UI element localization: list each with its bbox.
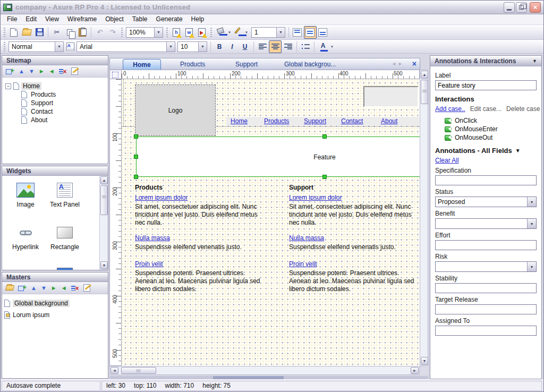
- scroll-right-button[interactable]: ►: [411, 367, 419, 374]
- zoom-combo[interactable]: 100% ▼: [126, 27, 163, 38]
- redo-button[interactable]: ↷: [106, 26, 119, 39]
- indent-button[interactable]: ►: [39, 69, 45, 74]
- resize-handle-top-mid[interactable]: [322, 134, 327, 139]
- style-editor-button[interactable]: A: [65, 40, 75, 53]
- undo-button[interactable]: ↶: [94, 26, 106, 39]
- font-combo[interactable]: Arial ▼: [76, 41, 175, 52]
- tab-scroll-left-icon[interactable]: ◄: [392, 61, 396, 66]
- tab-scroll-right-icon[interactable]: ►: [398, 61, 403, 66]
- align-left-button[interactable]: [256, 40, 269, 53]
- line-width-dropdown-button[interactable]: ▼: [276, 28, 285, 37]
- add-master-button[interactable]: +: [18, 285, 27, 292]
- cut-button[interactable]: ✂: [50, 26, 63, 39]
- open-button[interactable]: [20, 26, 33, 39]
- outdent-button[interactable]: ◄: [61, 285, 67, 291]
- select-dropdown-button[interactable]: ▼: [527, 219, 536, 228]
- widget-image[interactable]: Image: [6, 181, 45, 208]
- status-select[interactable]: Proposed ▼: [435, 197, 537, 207]
- scrollbar-thumb[interactable]: [121, 367, 156, 374]
- assigned-to-input[interactable]: [435, 326, 537, 336]
- sitemap-item-about[interactable]: About: [21, 116, 107, 124]
- font-color-button[interactable]: A: [317, 40, 329, 53]
- new-button[interactable]: [7, 26, 20, 39]
- label-input[interactable]: [435, 80, 537, 90]
- scroll-down-button[interactable]: ▼: [100, 261, 108, 269]
- bullet-list-button[interactable]: [299, 40, 312, 53]
- bold-button[interactable]: B: [213, 40, 226, 53]
- nav-link-home[interactable]: Home: [231, 117, 248, 125]
- nav-link-support[interactable]: Support: [304, 117, 326, 125]
- nav-link-contact[interactable]: Contact: [341, 117, 363, 125]
- resize-handle-mid-left[interactable]: [134, 155, 138, 159]
- menu-wireframe[interactable]: Wireframe: [63, 14, 101, 24]
- copy-button[interactable]: [63, 26, 76, 39]
- nav-link-products[interactable]: Products: [264, 117, 289, 125]
- scroll-down-button[interactable]: ▼: [421, 357, 428, 365]
- scroll-left-button[interactable]: ◄: [110, 367, 118, 374]
- canvas-horizontal-scrollbar[interactable]: ◄ ►: [109, 366, 420, 375]
- event-onmouseenter[interactable]: OnMouseEnter: [445, 125, 537, 133]
- menu-object[interactable]: Object: [101, 14, 128, 24]
- fill-color-button[interactable]: [214, 26, 227, 39]
- panel-collapse-icon[interactable]: ▼: [532, 58, 537, 64]
- outdent-button[interactable]: ◄: [49, 69, 55, 74]
- paste-button[interactable]: [76, 26, 89, 39]
- indent-button[interactable]: ►: [51, 285, 57, 291]
- menu-generate[interactable]: Generate: [152, 14, 187, 24]
- tab-products[interactable]: Products: [180, 61, 205, 68]
- menu-edit[interactable]: Edit: [21, 14, 41, 24]
- tab-home[interactable]: Home: [123, 59, 161, 70]
- font-size-combo[interactable]: 10 ▼: [177, 41, 207, 52]
- font-color-dropdown[interactable]: ▼: [330, 45, 334, 48]
- delete-master-button[interactable]: ×: [71, 285, 79, 292]
- event-onclick[interactable]: OnClick: [445, 116, 537, 125]
- widget-text-panel[interactable]: A Text Panel: [46, 181, 84, 208]
- edit-case-link[interactable]: Edit case...: [470, 105, 502, 113]
- close-button[interactable]: ×: [530, 2, 541, 13]
- widget-rectangle[interactable]: Rectangle: [46, 224, 84, 251]
- event-onmouseout[interactable]: OnMouseOut: [445, 133, 537, 142]
- style-combo[interactable]: Normal ▼: [8, 41, 64, 52]
- sitemap-item-products[interactable]: Products: [21, 90, 107, 99]
- widgets-scrollbar[interactable]: ▲ ▼: [99, 176, 108, 270]
- sitemap-item-home[interactable]: − Home: [3, 82, 107, 90]
- widget-hyperlink[interactable]: Hyperlink: [6, 224, 45, 251]
- move-down-button[interactable]: ▼: [29, 69, 35, 74]
- add-case-link[interactable]: Add case..: [435, 105, 465, 113]
- underline-button[interactable]: U: [239, 40, 251, 53]
- menu-help[interactable]: Help: [187, 14, 209, 24]
- scrollbar-thumb[interactable]: [421, 80, 428, 104]
- generate-word-button[interactable]: w: [183, 26, 196, 39]
- edit-page-button[interactable]: [71, 67, 78, 75]
- search-field-widget[interactable]: [363, 86, 419, 107]
- font-dropdown-button[interactable]: ▼: [166, 42, 175, 52]
- tab-support[interactable]: Support: [235, 61, 258, 68]
- tab-global-background[interactable]: Global backgrou...: [284, 61, 336, 68]
- stability-input[interactable]: [435, 283, 537, 293]
- benefit-select[interactable]: ▼: [435, 218, 537, 229]
- delete-page-button[interactable]: ×: [59, 68, 67, 75]
- italic-button[interactable]: I: [226, 40, 239, 53]
- zoom-dropdown-button[interactable]: ▼: [154, 28, 163, 37]
- collapse-expander-icon[interactable]: −: [5, 83, 11, 89]
- select-dropdown-button[interactable]: ▼: [527, 197, 536, 207]
- logo-widget[interactable]: Logo: [135, 84, 216, 136]
- menu-table[interactable]: Table: [128, 14, 152, 24]
- effort-input[interactable]: [435, 240, 537, 250]
- wireframe-canvas[interactable]: Logo Home Products Support Contact About…: [122, 79, 420, 366]
- minimize-button[interactable]: [504, 2, 515, 13]
- scroll-up-button[interactable]: ▲: [100, 176, 108, 184]
- generate-prototype-button[interactable]: [196, 26, 208, 39]
- generate-html-button[interactable]: h: [170, 26, 183, 39]
- menu-file[interactable]: File: [3, 14, 21, 24]
- column-link[interactable]: Lorem ipsum dolor: [289, 194, 342, 202]
- new-folder-button[interactable]: [5, 285, 14, 291]
- widget-table[interactable]: [46, 265, 84, 270]
- nav-menu-widget[interactable]: Home Products Support Contact About: [226, 117, 419, 126]
- align-center-button[interactable]: [269, 40, 282, 53]
- add-page-button[interactable]: +: [6, 68, 14, 75]
- resize-handle-top-left[interactable]: [134, 134, 138, 139]
- specification-input[interactable]: [435, 175, 537, 185]
- nav-link-about[interactable]: About: [381, 117, 397, 125]
- sitemap-item-contact[interactable]: Contact: [21, 107, 107, 116]
